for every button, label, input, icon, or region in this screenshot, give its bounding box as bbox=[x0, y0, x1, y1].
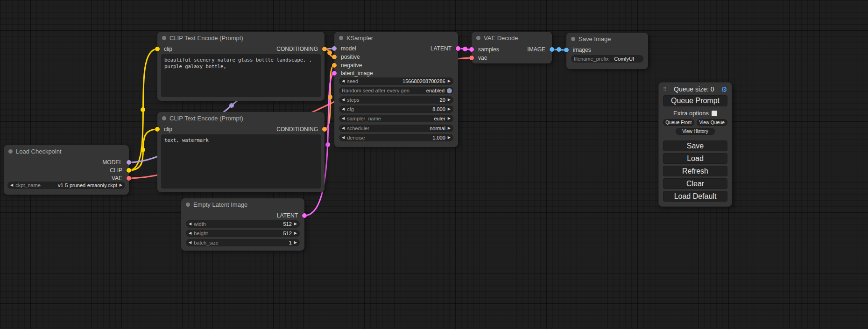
widget-value: 8.000 bbox=[432, 106, 445, 112]
increment-arrow-icon[interactable] bbox=[448, 136, 451, 140]
input-port-clip[interactable] bbox=[155, 47, 160, 51]
seed-toggle-knob[interactable] bbox=[447, 88, 452, 93]
node-graph-canvas[interactable]: { "colors": { "model": "#b39ddb", "clip"… bbox=[0, 0, 868, 329]
node-header[interactable]: Empty Latent Image bbox=[181, 198, 304, 210]
node-ksampler[interactable]: KSampler model positive negative latent_… bbox=[334, 32, 458, 147]
collapse-icon[interactable] bbox=[162, 116, 166, 120]
load-button[interactable]: Load bbox=[663, 153, 727, 164]
increment-arrow-icon[interactable] bbox=[448, 107, 451, 111]
output-port-conditioning[interactable] bbox=[322, 47, 327, 51]
link-midpoint-dot bbox=[141, 107, 145, 112]
collapse-icon[interactable] bbox=[571, 37, 575, 41]
decrement-arrow-icon[interactable] bbox=[342, 117, 345, 120]
clear-button[interactable]: Clear bbox=[663, 178, 727, 189]
input-port-positive[interactable] bbox=[332, 55, 337, 59]
widget-sampler-name[interactable]: sampler_name euler bbox=[339, 115, 453, 122]
node-header[interactable]: VAE Decode bbox=[472, 32, 552, 44]
widget-name: cfg bbox=[347, 106, 354, 112]
increment-arrow-icon[interactable] bbox=[448, 79, 451, 83]
node-clip-text-encode-negative[interactable]: CLIP Text Encode (Prompt) clip CONDITION… bbox=[157, 112, 325, 192]
queue-front-button[interactable]: Queue Front bbox=[663, 119, 694, 126]
widget-cfg[interactable]: cfg 8.000 bbox=[339, 105, 453, 113]
widget-name: denoise bbox=[347, 135, 365, 140]
output-label-vae: VAE bbox=[112, 175, 122, 182]
widget-filename-prefix[interactable]: filename_prefix ComfyUI bbox=[571, 55, 643, 63]
output-port-image[interactable] bbox=[550, 47, 554, 52]
view-queue-button[interactable]: View Queue bbox=[697, 119, 728, 126]
decrement-arrow-icon[interactable] bbox=[342, 98, 345, 102]
input-port-model[interactable] bbox=[332, 46, 337, 51]
link-midpoint-dot bbox=[141, 147, 145, 152]
widget-width[interactable]: width 512 bbox=[186, 220, 300, 228]
extra-options-row: Extra options bbox=[663, 110, 727, 117]
output-port-clip[interactable] bbox=[127, 168, 131, 173]
output-port-latent[interactable] bbox=[456, 46, 460, 51]
settings-gear-icon[interactable] bbox=[721, 86, 727, 93]
input-port-negative[interactable] bbox=[332, 63, 337, 68]
load-default-button[interactable]: Load Default bbox=[663, 191, 727, 202]
extra-options-checkbox[interactable] bbox=[712, 111, 717, 116]
node-empty-latent-image[interactable]: Empty Latent Image LATENT width 512 heig… bbox=[181, 198, 304, 251]
node-header[interactable]: CLIP Text Encode (Prompt) bbox=[157, 32, 325, 44]
save-button[interactable]: Save bbox=[663, 140, 727, 151]
view-history-button[interactable]: View History bbox=[676, 128, 715, 135]
widget-batch-size[interactable]: batch_size 1 bbox=[186, 239, 300, 246]
prompt-textarea[interactable]: beautiful scenery nature glass bottle la… bbox=[161, 54, 321, 97]
decrement-arrow-icon[interactable] bbox=[10, 183, 13, 187]
collapse-icon[interactable] bbox=[8, 149, 13, 154]
collapse-icon[interactable] bbox=[162, 36, 166, 40]
decrement-arrow-icon[interactable] bbox=[189, 231, 191, 235]
drag-handle-icon[interactable] bbox=[663, 87, 667, 92]
link-midpoint-dot bbox=[463, 47, 467, 51]
decrement-arrow-icon[interactable] bbox=[342, 79, 345, 83]
output-port-vae[interactable] bbox=[127, 176, 131, 181]
decrement-arrow-icon[interactable] bbox=[189, 222, 191, 226]
node-save-image[interactable]: Save Image images filename_prefix ComfyU… bbox=[566, 33, 648, 69]
widget-height[interactable]: height 512 bbox=[186, 230, 300, 237]
input-port-images[interactable] bbox=[564, 48, 569, 52]
decrement-arrow-icon[interactable] bbox=[189, 241, 191, 245]
node-header[interactable]: Load Checkpoint bbox=[4, 145, 129, 157]
link-midpoint-dot bbox=[328, 95, 332, 99]
node-title: VAE Decode bbox=[484, 35, 518, 42]
input-port-samples[interactable] bbox=[469, 47, 474, 52]
node-load-checkpoint[interactable]: Load Checkpoint MODEL CLIP VAE ckpt_name… bbox=[4, 145, 129, 195]
widget-denoise[interactable]: denoise 1.000 bbox=[339, 134, 453, 141]
increment-arrow-icon[interactable] bbox=[120, 183, 122, 187]
input-port-vae[interactable] bbox=[469, 56, 474, 60]
widget-steps[interactable]: steps 20 bbox=[339, 96, 453, 104]
node-header[interactable]: CLIP Text Encode (Prompt) bbox=[157, 112, 325, 124]
widget-control-after-generate[interactable]: Random seed after every gen enabled bbox=[339, 87, 453, 94]
collapse-icon[interactable] bbox=[186, 203, 190, 207]
collapse-icon[interactable] bbox=[339, 36, 343, 40]
widget-seed[interactable]: seed 156680208700286 bbox=[339, 77, 453, 85]
input-port-latent-image[interactable] bbox=[332, 71, 337, 76]
input-port-clip[interactable] bbox=[155, 127, 160, 132]
widget-scheduler[interactable]: scheduler normal bbox=[339, 125, 453, 132]
node-header[interactable]: KSampler bbox=[334, 32, 458, 44]
increment-arrow-icon[interactable] bbox=[448, 98, 451, 102]
increment-arrow-icon[interactable] bbox=[294, 241, 297, 245]
decrement-arrow-icon[interactable] bbox=[342, 126, 345, 130]
increment-arrow-icon[interactable] bbox=[294, 222, 297, 226]
node-clip-text-encode-positive[interactable]: CLIP Text Encode (Prompt) clip CONDITION… bbox=[157, 32, 325, 101]
widget-value: 512 bbox=[283, 231, 291, 236]
refresh-button[interactable]: Refresh bbox=[663, 166, 727, 176]
extra-options-label: Extra options bbox=[673, 110, 709, 117]
increment-arrow-icon[interactable] bbox=[448, 126, 451, 130]
increment-arrow-icon[interactable] bbox=[448, 117, 451, 120]
output-port-conditioning[interactable] bbox=[322, 127, 327, 132]
link-midpoint-dot bbox=[327, 50, 332, 55]
decrement-arrow-icon[interactable] bbox=[342, 136, 345, 140]
node-header[interactable]: Save Image bbox=[566, 33, 648, 45]
queue-prompt-button[interactable]: Queue Prompt bbox=[663, 95, 727, 106]
decrement-arrow-icon[interactable] bbox=[342, 107, 345, 111]
increment-arrow-icon[interactable] bbox=[294, 231, 297, 235]
widget-ckpt-name[interactable]: ckpt_name v1-5-pruned-emaonly.ckpt bbox=[7, 182, 125, 189]
collapse-icon[interactable] bbox=[476, 36, 480, 40]
output-port-latent[interactable] bbox=[302, 213, 307, 218]
node-vae-decode[interactable]: VAE Decode samples vae IMAGE bbox=[472, 32, 552, 63]
prompt-textarea[interactable]: text, watermark bbox=[161, 134, 321, 189]
widget-name: steps bbox=[347, 97, 359, 103]
output-port-model[interactable] bbox=[127, 160, 131, 165]
